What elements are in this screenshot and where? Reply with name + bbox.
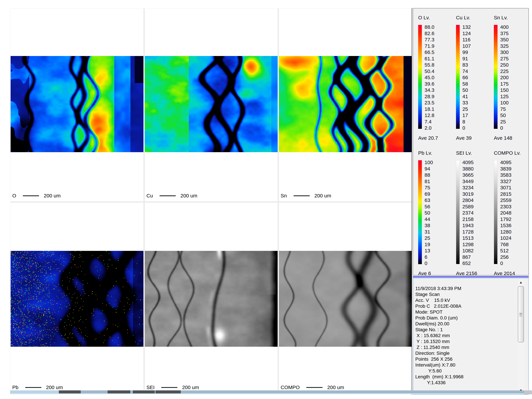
legend-average: Ave 2014 [494,271,531,276]
legend-average: Ave 2156 [456,271,493,276]
map-image-pb [11,251,143,347]
metadata-panel: 11/9/2018 3:43:39 PMStage ScanAcc. V 15.… [413,278,529,395]
legend-tick-value: 25 [500,119,509,125]
legend-colorbar-rainbow [418,160,422,264]
legend-tick-value: 50 [500,112,509,119]
sidebar-divider [412,8,412,395]
map-label-sei: SEI200 um [146,384,199,390]
legend-tick-value: 1280 [500,229,512,235]
legend-tick-value: 768 [500,241,512,248]
legend-tick-value: 82.6 [424,30,434,37]
legend-tick-value: 39.6 [424,81,434,87]
map-label-pb: Pb200 um [12,384,63,390]
metadata-line: X : 15.6362 mm [415,333,463,338]
legend-tick-value: 99 [462,49,471,56]
map-tile-sei[interactable]: SEI200 um [145,203,278,390]
resize-grip[interactable] [524,390,532,394]
legend-tick-value: 225 [500,68,509,75]
legend-tick-value: 81 [424,178,433,185]
legend-tick-value: 107 [462,43,471,49]
metadata-line: Direction: Single [415,350,463,356]
legend-tick-value: 94 [424,166,433,172]
legend-colorbar-rainbow [456,25,460,129]
map-element-name: Sn [281,193,287,199]
scale-length-label: 200 um [180,193,197,199]
legend-tick-value: 100 [424,159,433,166]
map-image-cu [145,56,278,152]
legend-tick-value: 23.5 [424,100,434,106]
scrollbar[interactable]: ▲ ▼ [518,279,524,393]
scale-bar-line [25,387,41,388]
legend-tick-value: 19 [424,241,433,248]
legend-tick-value: 3449 [462,178,474,185]
map-image-o [11,56,143,152]
map-tile-o[interactable]: O200 um [11,8,143,201]
metadata-line: 11/9/2018 3:43:39 PM [415,285,463,291]
scale-length-label: 200 um [327,385,344,390]
bottom-window-edge [10,390,532,393]
legend-tick-value: 13 [424,247,433,254]
legend-tick-value: 652 [462,260,474,266]
legend-tick-value: 6 [424,254,433,260]
legend-tick-value: 132 [462,24,471,30]
legend-tick-value: 3234 [462,184,474,191]
legend-tick-value: 4095 [500,159,512,166]
metadata-line: Length (mm) X:1.9968 [415,374,463,380]
app-window: O200 umCu200 umSn200 umPb200 umSEI200 um… [0,0,532,399]
legend-column-sn: Sn Lv.4003753503253002752502252001751501… [494,15,531,141]
legend-average: Ave 148 [494,135,531,141]
legend-tick-value: 75 [424,184,433,191]
legend-tick-value: 3019 [462,191,474,197]
legend-tick-value: 275 [500,56,509,62]
map-label-sn: Sn200 um [281,193,331,199]
legend-tick-value: 2589 [462,203,474,210]
legend-tick-value: 400 [500,24,509,30]
legend-tick-value: 4095 [462,159,474,166]
legend-tick-value: 2374 [462,210,474,216]
metadata-divider [413,276,529,278]
scale-bar-line [23,195,39,196]
bottom-edge-segment [133,390,155,394]
legend-tick-value: 33 [462,100,471,106]
legend-tick-value: 0 [424,260,433,266]
legend-tick-value: 3327 [500,178,512,185]
legend-header: SEI Lv. [456,150,493,156]
legend-tick-value: 867 [462,254,474,260]
legend-tick-value: 116 [462,37,471,43]
scroll-thumb[interactable] [518,286,524,342]
legend-tick-value: 25 [462,106,471,112]
map-tile-compo[interactable]: COMPO200 um [279,203,412,390]
legend-tick-value: 1298 [462,241,474,248]
legend-colorbar-gray [456,160,460,264]
bottom-edge-segment [108,390,130,394]
map-tile-cu[interactable]: Cu200 um [145,8,278,201]
legend-tick-value: 91 [462,56,471,62]
map-element-name: Cu [146,193,153,199]
map-element-name: O [12,193,16,199]
metadata-line: Y:1.4336 [415,380,463,386]
legend-tick-value: 83 [462,62,471,68]
bottom-edge-segment [10,390,59,393]
map-tile-sn[interactable]: Sn200 um [279,8,412,201]
legend-tick-value: 124 [462,30,471,37]
legend-tick-value: 50.4 [424,68,434,75]
legend-tick-value: 88 [424,172,433,178]
legend-tick-value: 56 [424,203,433,210]
legend-tick-value: 250 [500,62,509,68]
legend-tick-value: 512 [500,247,512,254]
legend-header: Sn Lv. [494,15,531,20]
legend-tick-value: 41 [462,93,471,100]
legend-tick-value: 74 [462,68,471,75]
legend-tick-value: 150 [500,87,509,93]
legend-tick-value: 28.9 [424,93,434,100]
legend-tick-value: 0 [500,260,512,266]
map-tile-pb[interactable]: Pb200 um [11,203,143,390]
legend-tick-value: 3071 [500,184,512,191]
legend-tick-value: 300 [500,49,509,56]
metadata-line: Stage No. : 1 [415,327,463,333]
legend-tick-value: 125 [500,93,509,100]
legend-tick-value: 1943 [462,222,474,229]
scroll-up-icon[interactable]: ▲ [518,279,524,285]
legend-header: Cu Lv. [456,15,493,20]
legend-tick-value: 63 [424,197,433,203]
